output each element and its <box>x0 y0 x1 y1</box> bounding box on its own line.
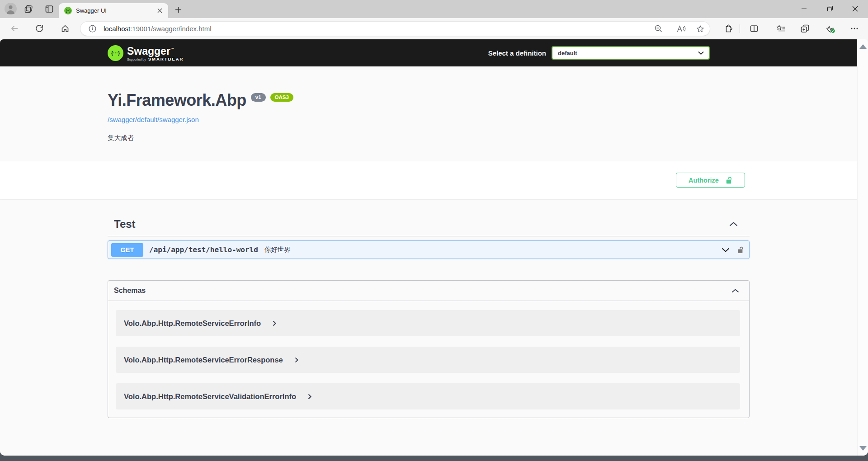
schemas-section: Schemas Volo.Abp.Http.RemoteServiceError… <box>108 280 750 418</box>
collapse-chevron-up-icon[interactable] <box>729 222 738 226</box>
expand-chevron-down-icon[interactable] <box>722 248 730 252</box>
swagger-logo-text: Swagger™ <box>127 44 184 56</box>
tag-header[interactable]: Test <box>108 217 750 236</box>
workspaces-icon[interactable] <box>24 4 33 14</box>
chevron-down-icon <box>698 51 704 55</box>
url-host: localhost <box>104 25 130 33</box>
web-content: {···} Swagger™ Supported by SMARTBEAR Se… <box>0 39 868 456</box>
swagger-logo-icon: {···} <box>108 45 123 61</box>
back-icon[interactable] <box>9 23 20 34</box>
unlock-icon <box>725 176 732 184</box>
site-info-icon[interactable] <box>87 23 98 34</box>
schema-name: Volo.Abp.Http.RemoteServiceErrorInfo <box>124 319 261 328</box>
browser-toolbar: localhost:19001/swagger/index.html <box>0 18 868 39</box>
toolbar-divider <box>740 24 740 33</box>
trademark: ™ <box>170 47 174 52</box>
version-badge: v1 <box>251 93 266 102</box>
favorites-icon[interactable] <box>775 23 786 34</box>
new-tab-button[interactable] <box>173 4 184 15</box>
schemas-chevron-up-icon[interactable] <box>731 289 739 293</box>
auth-lock-icon[interactable] <box>737 246 744 254</box>
schema-item[interactable]: Volo.Abp.Http.RemoteServiceErrorInfo <box>116 310 740 336</box>
browser-window: {··} Swagger UI <box>0 0 868 456</box>
schema-item[interactable]: Volo.Abp.Http.RemoteServiceValidationErr… <box>116 383 740 409</box>
vertical-tabs-icon[interactable] <box>44 4 54 14</box>
url-text[interactable]: localhost:19001/swagger/index.html <box>104 25 211 33</box>
read-aloud-icon[interactable] <box>675 23 687 34</box>
split-screen-icon[interactable] <box>749 23 760 34</box>
chevron-right-icon <box>308 394 311 400</box>
swagger-favicon: {··} <box>64 7 72 14</box>
operation-get-hello-world[interactable]: GET /api/app/test/hello-world 你好世界 <box>108 240 750 259</box>
person-icon <box>6 5 15 14</box>
operation-path: /api/app/test/hello-world <box>149 245 258 254</box>
schema-item[interactable]: Volo.Abp.Http.RemoteServiceErrorResponse <box>116 347 740 373</box>
browser-tab-strip: {··} Swagger UI <box>0 0 868 18</box>
scroll-up-icon[interactable] <box>859 44 867 49</box>
extensions-icon[interactable] <box>722 23 733 34</box>
minimize-button[interactable] <box>797 2 811 15</box>
select-definition-label: Select a definition <box>488 49 546 57</box>
operation-summary: 你好世界 <box>264 245 291 254</box>
browser-tab[interactable]: {··} Swagger UI <box>59 3 168 18</box>
chevron-right-icon <box>295 357 298 363</box>
url-path: :19001/swagger/index.html <box>130 25 211 33</box>
spec-json-link[interactable]: /swagger/default/swagger.json <box>108 116 199 123</box>
http-method-badge: GET <box>111 243 143 257</box>
page-scrollbar[interactable] <box>857 39 868 456</box>
definition-select[interactable]: default <box>552 46 710 60</box>
authorize-button[interactable]: Authorize <box>676 173 745 188</box>
restore-button[interactable] <box>823 2 837 15</box>
scheme-container: Authorize <box>0 161 857 199</box>
api-info-section: Yi.Framework.Abp v1 OAS3 /swagger/defaul… <box>108 66 750 161</box>
refresh-icon[interactable] <box>33 23 45 34</box>
collections-icon[interactable] <box>799 23 810 34</box>
tag-section-test: Test GET /api/app/test/hello-world 你好世界 <box>108 217 750 259</box>
tag-title: Test <box>114 218 136 230</box>
swagger-topbar: {···} Swagger™ Supported by SMARTBEAR Se… <box>0 39 857 66</box>
close-window-button[interactable] <box>848 2 862 15</box>
home-icon[interactable] <box>59 23 71 34</box>
settings-menu-icon[interactable] <box>849 23 860 34</box>
favorite-star-icon[interactable] <box>694 23 706 34</box>
api-description: 集大成者 <box>108 134 750 142</box>
schema-name: Volo.Abp.Http.RemoteServiceValidationErr… <box>124 392 296 401</box>
definition-select-value: default <box>558 50 577 56</box>
schemas-title: Schemas <box>114 287 146 295</box>
browser-essentials-icon[interactable] <box>825 23 836 34</box>
tab-close-icon[interactable] <box>156 7 164 15</box>
swagger-tagline: Supported by SMARTBEAR <box>127 56 184 61</box>
swagger-logo[interactable]: {···} Swagger™ Supported by SMARTBEAR <box>108 44 184 61</box>
address-bar[interactable]: localhost:19001/swagger/index.html <box>80 22 710 36</box>
profile-avatar[interactable] <box>5 3 17 15</box>
tab-title: Swagger UI <box>76 7 156 14</box>
api-title: Yi.Framework.Abp <box>108 91 246 109</box>
chevron-right-icon <box>273 320 276 326</box>
schema-name: Volo.Abp.Http.RemoteServiceErrorResponse <box>124 356 283 364</box>
schemas-header[interactable]: Schemas <box>108 281 749 301</box>
zoom-out-icon[interactable] <box>653 23 664 34</box>
oas-badge: OAS3 <box>270 93 293 102</box>
scroll-down-icon[interactable] <box>859 446 867 451</box>
authorize-label: Authorize <box>689 177 719 184</box>
